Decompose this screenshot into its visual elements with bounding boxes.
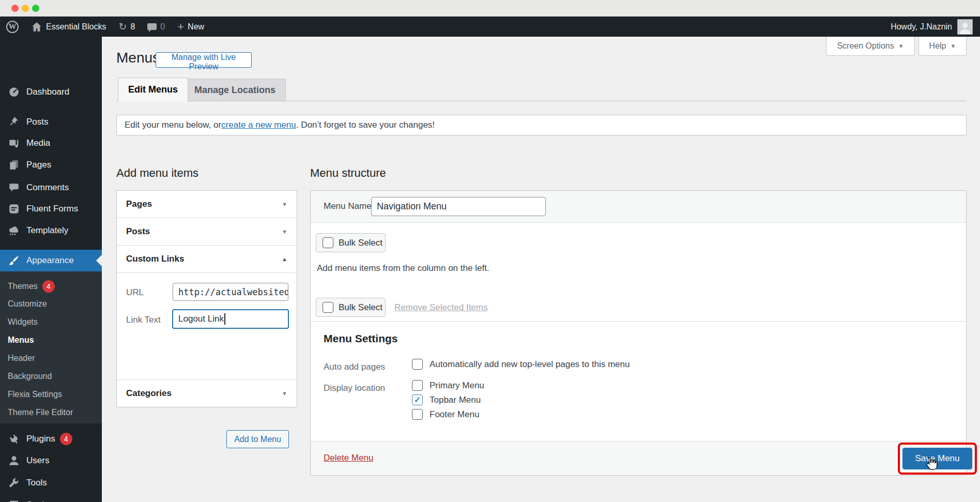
menu-name-bar: Menu Name Navigation Menu [311, 191, 966, 223]
sidebar-item-users[interactable]: Users [0, 450, 102, 471]
sidebar-label: Dashboard [26, 87, 69, 97]
chevron-down-icon: ▼ [951, 43, 956, 49]
sidebar-item-appearance[interactable]: Appearance [0, 250, 102, 271]
window-zoom-button[interactable] [32, 5, 39, 12]
checkbox-unchecked[interactable] [323, 302, 333, 313]
checkbox-unchecked[interactable] [412, 380, 423, 391]
bulk-select-toggle[interactable]: Bulk Select [316, 298, 386, 317]
updates-link[interactable]: ↻ 8 [113, 17, 142, 37]
screen-options-button[interactable]: Screen Options ▼ [826, 37, 915, 56]
check-icon: ✓ [414, 395, 421, 405]
window-minimize-button[interactable] [22, 5, 29, 12]
section-divider [311, 321, 966, 322]
sidebar-item-pages[interactable]: Pages [0, 154, 102, 176]
sidebar-label: Fluent Forms [26, 204, 78, 214]
page-title: Menus [116, 50, 160, 66]
accordion-posts[interactable]: Posts ▼ [117, 218, 297, 246]
pin-icon [6, 116, 22, 128]
location-primary-menu[interactable]: Primary Menu [412, 380, 484, 391]
url-input[interactable]: http://actualwebsited [173, 283, 288, 301]
submenu-item-themes[interactable]: Themes 4 [8, 280, 55, 293]
dashboard-icon [6, 86, 22, 98]
auto-add-pages-label: Auto add pages [324, 362, 385, 372]
main-content: Screen Options ▼ Help ▼ Menus Manage wit… [102, 37, 980, 502]
checkbox-checked[interactable]: ✓ [412, 394, 423, 405]
updates-icon: ↻ [119, 22, 127, 32]
checkbox-unchecked[interactable] [323, 237, 333, 248]
plugin-icon [6, 433, 22, 445]
add-menu-items-heading: Add menu items [116, 166, 198, 180]
checkbox-unchecked[interactable] [412, 409, 423, 420]
manage-live-preview-button[interactable]: Manage with Live Preview [156, 52, 252, 68]
submenu-item-theme-file-editor[interactable]: Theme File Editor [8, 408, 73, 417]
help-button[interactable]: Help ▼ [918, 37, 967, 56]
submenu-item-background[interactable]: Background [8, 372, 52, 381]
sidebar-item-media[interactable]: Media [0, 132, 102, 154]
save-menu-button[interactable]: Save Menu [902, 448, 972, 469]
themes-update-badge: 4 [42, 280, 55, 293]
add-to-menu-button[interactable]: Add to Menu [226, 430, 289, 448]
menu-structure-heading: Menu structure [310, 166, 386, 180]
chevron-down-icon: ▼ [282, 390, 287, 397]
appearance-submenu: Themes 4 Customize Widgets Menus Header … [0, 271, 102, 423]
url-label: URL [126, 287, 144, 298]
sidebar-item-templately[interactable]: Templately [0, 220, 102, 241]
link-text-input[interactable]: Logout Link [172, 309, 289, 329]
location-topbar-menu[interactable]: ✓ Topbar Menu [412, 394, 481, 405]
checkbox-unchecked[interactable] [412, 359, 423, 370]
site-name-link[interactable]: Essential Blocks [25, 17, 113, 37]
submenu-item-flexia-settings[interactable]: Flexia Settings [8, 390, 62, 399]
comments-link[interactable]: 0 [141, 17, 171, 37]
sidebar-label: Pages [26, 160, 51, 170]
window-close-button[interactable] [11, 5, 19, 12]
text-caret [224, 313, 225, 325]
wrench-icon [6, 477, 22, 489]
tab-edit-menus[interactable]: Edit Menus [118, 78, 188, 102]
sidebar-label: Posts [26, 117, 49, 127]
tab-manage-locations[interactable]: Manage Locations [184, 79, 286, 101]
home-icon [31, 21, 42, 33]
publishing-actions-bar: Delete Menu Save Menu [311, 441, 966, 475]
sidebar-item-fluent-forms[interactable]: Fluent Forms [0, 198, 102, 220]
link-text-label: Link Text [126, 315, 161, 325]
menu-settings-heading: Menu Settings [324, 332, 398, 345]
accordion-categories[interactable]: Categories ▼ [117, 380, 297, 407]
submenu-item-widgets[interactable]: Widgets [8, 317, 38, 327]
delete-menu-link[interactable]: Delete Menu [324, 453, 373, 463]
sidebar-label: Tools [26, 478, 47, 488]
comment-icon [6, 182, 22, 193]
accordion-custom-links[interactable]: Custom Links ▲ [117, 246, 297, 273]
media-icon [6, 138, 22, 149]
chevron-up-icon: ▲ [282, 256, 287, 262]
wp-admin-bar: W Essential Blocks ↻ 8 0 + New Howdy, J.… [0, 17, 980, 37]
notice-bar: Edit your menu below, or create a new me… [116, 115, 967, 135]
plus-icon: + [177, 21, 184, 33]
wp-logo-menu[interactable]: W [0, 17, 25, 37]
submenu-item-menus[interactable]: Menus [8, 336, 34, 345]
howdy-account-link[interactable]: Howdy, J.Naznin [891, 22, 952, 32]
chevron-down-icon: ▼ [898, 43, 904, 49]
submenu-item-header[interactable]: Header [8, 354, 35, 363]
remove-selected-items-link[interactable]: Remove Selected Items [394, 302, 487, 313]
sidebar-item-plugins[interactable]: Plugins 4 [0, 428, 102, 450]
new-content-menu[interactable]: + New [171, 17, 210, 37]
sidebar-label: Users [26, 455, 49, 466]
location-footer-menu[interactable]: Footer Menu [412, 409, 479, 420]
sidebar-item-posts[interactable]: Posts [0, 111, 102, 133]
auto-add-pages-option[interactable]: Automatically add new top-level pages to… [412, 359, 630, 370]
sidebar-item-dashboard[interactable]: Dashboard [0, 81, 102, 103]
sidebar-label: Settings [26, 500, 58, 502]
empty-menu-hint: Add menu items from the column on the le… [317, 263, 489, 273]
menu-name-input[interactable]: Navigation Menu [371, 197, 546, 216]
custom-links-form: URL http://actualwebsited Link Text Logo… [117, 273, 297, 380]
sidebar-item-comments[interactable]: Comments [0, 177, 102, 199]
sidebar-item-settings[interactable]: Settings [0, 494, 102, 502]
user-avatar[interactable] [957, 19, 973, 35]
sidebar-item-tools[interactable]: Tools [0, 472, 102, 494]
accordion-pages[interactable]: Pages ▼ [117, 191, 297, 218]
create-new-menu-link[interactable]: create a new menu [221, 120, 296, 130]
bulk-select-toggle[interactable]: Bulk Select [316, 233, 386, 252]
brush-icon [6, 255, 22, 266]
chevron-down-icon: ▼ [282, 201, 287, 207]
submenu-item-customize[interactable]: Customize [8, 299, 47, 309]
